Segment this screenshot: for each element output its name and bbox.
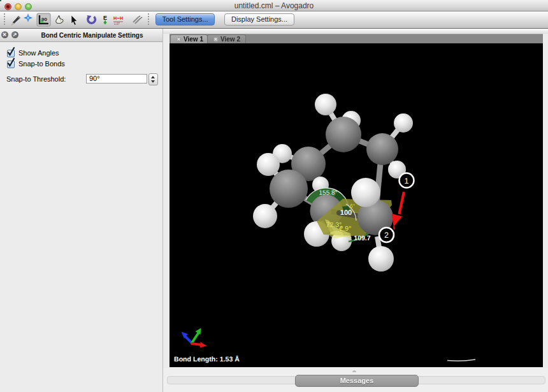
svg-text:2.9°: 2.9° [340, 224, 352, 232]
svg-text:Bond Length: 1.53 Å: Bond Length: 1.53 Å [174, 355, 240, 363]
svg-text:1.07: 1.07 [114, 22, 120, 25]
svg-text:2: 2 [384, 231, 389, 240]
svg-text:1: 1 [405, 177, 409, 185]
svg-text:H: H [120, 16, 123, 20]
svg-text:155.8°: 155.8° [319, 189, 338, 196]
svg-text:100: 100 [340, 208, 352, 216]
svg-text:E: E [103, 15, 107, 21]
svg-text:90: 90 [41, 17, 47, 22]
svg-text:H: H [113, 16, 117, 20]
svg-text:109.7: 109.7 [354, 234, 370, 242]
